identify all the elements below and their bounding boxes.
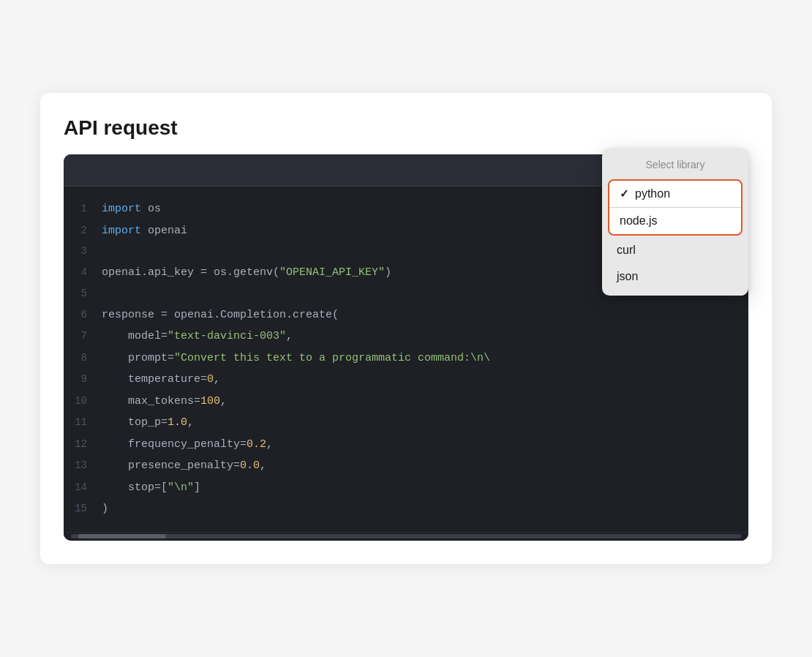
- code-text: import openai: [102, 222, 187, 241]
- code-text: stop=["\n"]: [102, 478, 200, 498]
- dropdown-item-json[interactable]: json: [602, 263, 748, 290]
- table-row: 11 top_p=1.0,: [64, 412, 748, 434]
- table-row: 6 response = openai.Completion.create(: [64, 304, 748, 326]
- code-text: ): [102, 500, 108, 519]
- code-text: openai.api_key = os.getenv("OPENAI_API_K…: [102, 263, 391, 282]
- code-text: frequency_penalty=0.2,: [102, 435, 273, 454]
- code-text: prompt="Convert this text to a programma…: [102, 349, 490, 368]
- library-dropdown-wrapper: Select library ✓ python node.js curl jso…: [602, 149, 748, 296]
- line-number: 9: [64, 371, 102, 388]
- dropdown-item-label: json: [617, 270, 638, 283]
- scrollbar-area[interactable]: [64, 532, 748, 541]
- dropdown-item-nodejs[interactable]: node.js: [609, 208, 741, 234]
- dropdown-item-label: node.js: [620, 214, 658, 228]
- code-text: top_p=1.0,: [102, 413, 194, 432]
- code-text: temperature=0,: [102, 370, 220, 389]
- table-row: 15 ): [64, 498, 748, 520]
- code-text: response = openai.Completion.create(: [102, 306, 339, 325]
- library-dropdown-menu: Select library ✓ python node.js curl jso…: [602, 149, 748, 296]
- code-text: import os: [102, 200, 161, 219]
- scrollbar-thumb[interactable]: [78, 534, 166, 538]
- dropdown-selected-group: ✓ python node.js: [608, 179, 743, 236]
- line-number: 13: [64, 457, 102, 475]
- table-row: 13 presence_penalty=0.0,: [64, 455, 748, 477]
- line-number: 5: [64, 285, 102, 303]
- dropdown-item-label: python: [635, 187, 670, 200]
- line-number: 11: [64, 414, 102, 432]
- table-row: 9 temperature=0,: [64, 369, 748, 391]
- line-number: 1: [64, 200, 102, 218]
- check-icon: ✓: [620, 187, 629, 200]
- code-text: model="text-davinci-003",: [102, 327, 293, 346]
- line-number: 8: [64, 350, 102, 367]
- table-row: 10 max_tokens=100,: [64, 391, 748, 413]
- line-number: 7: [64, 328, 102, 345]
- table-row: 8 prompt="Convert this text to a program…: [64, 348, 748, 369]
- dropdown-item-curl[interactable]: curl: [602, 237, 748, 263]
- dropdown-label: Select library: [602, 154, 748, 178]
- line-number: 12: [64, 436, 102, 454]
- table-row: 14 stop=["\n"]: [64, 477, 748, 499]
- table-row: 12 frequency_penalty=0.2,: [64, 434, 748, 456]
- line-number: 4: [64, 264, 102, 282]
- scrollbar-track: [71, 534, 741, 538]
- table-row: 7 model="text-davinci-003",: [64, 326, 748, 348]
- page-title: API request: [64, 116, 748, 140]
- code-text: max_tokens=100,: [102, 392, 227, 411]
- line-number: 2: [64, 222, 102, 240]
- line-number: 6: [64, 307, 102, 324]
- code-text: presence_penalty=0.0,: [102, 457, 266, 476]
- line-number: 14: [64, 479, 102, 497]
- main-container: API request copy 1 import os 2 import op…: [40, 93, 772, 564]
- dropdown-item-label: curl: [617, 244, 636, 257]
- line-number: 3: [64, 243, 102, 260]
- line-number: 15: [64, 500, 102, 518]
- dropdown-item-python[interactable]: ✓ python: [609, 181, 741, 208]
- line-number: 10: [64, 393, 102, 410]
